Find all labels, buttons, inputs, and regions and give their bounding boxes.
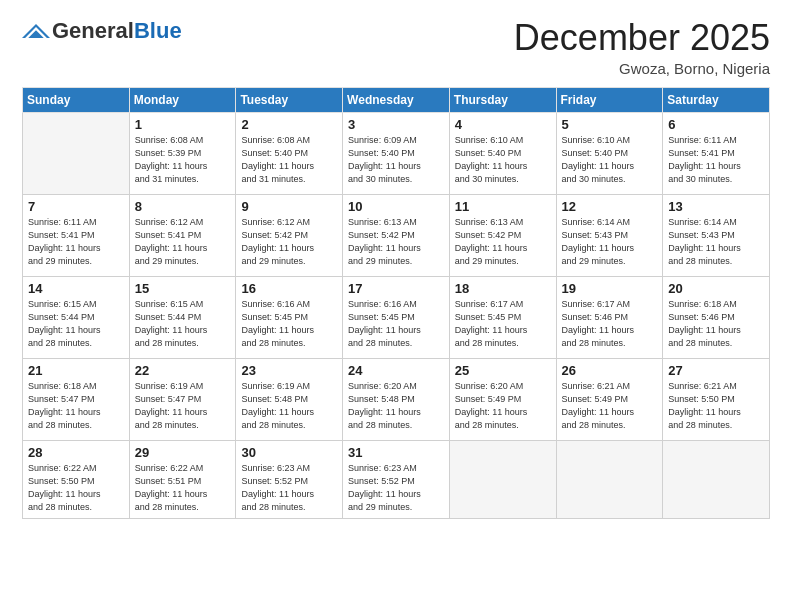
day-details: Sunrise: 6:21 AM Sunset: 5:49 PM Dayligh… — [562, 380, 658, 432]
col-wednesday: Wednesday — [343, 87, 450, 112]
calendar-week-row: 7Sunrise: 6:11 AM Sunset: 5:41 PM Daylig… — [23, 194, 770, 276]
day-details: Sunrise: 6:15 AM Sunset: 5:44 PM Dayligh… — [28, 298, 124, 350]
table-row — [663, 440, 770, 518]
table-row: 23Sunrise: 6:19 AM Sunset: 5:48 PM Dayli… — [236, 358, 343, 440]
day-number: 10 — [348, 199, 444, 214]
day-number: 19 — [562, 281, 658, 296]
day-number: 30 — [241, 445, 337, 460]
day-number: 8 — [135, 199, 231, 214]
day-details: Sunrise: 6:09 AM Sunset: 5:40 PM Dayligh… — [348, 134, 444, 186]
table-row: 21Sunrise: 6:18 AM Sunset: 5:47 PM Dayli… — [23, 358, 130, 440]
day-details: Sunrise: 6:15 AM Sunset: 5:44 PM Dayligh… — [135, 298, 231, 350]
title-area: December 2025 Gwoza, Borno, Nigeria — [514, 18, 770, 77]
page: GeneralBlue December 2025 Gwoza, Borno, … — [0, 0, 792, 612]
col-friday: Friday — [556, 87, 663, 112]
table-row — [23, 112, 130, 194]
day-number: 15 — [135, 281, 231, 296]
day-number: 29 — [135, 445, 231, 460]
day-number: 14 — [28, 281, 124, 296]
day-number: 3 — [348, 117, 444, 132]
logo-text: GeneralBlue — [52, 18, 182, 44]
day-details: Sunrise: 6:13 AM Sunset: 5:42 PM Dayligh… — [455, 216, 551, 268]
day-number: 31 — [348, 445, 444, 460]
table-row: 7Sunrise: 6:11 AM Sunset: 5:41 PM Daylig… — [23, 194, 130, 276]
logo-blue: Blue — [134, 18, 182, 43]
table-row: 30Sunrise: 6:23 AM Sunset: 5:52 PM Dayli… — [236, 440, 343, 518]
day-number: 1 — [135, 117, 231, 132]
table-row: 4Sunrise: 6:10 AM Sunset: 5:40 PM Daylig… — [449, 112, 556, 194]
day-details: Sunrise: 6:19 AM Sunset: 5:47 PM Dayligh… — [135, 380, 231, 432]
day-details: Sunrise: 6:18 AM Sunset: 5:46 PM Dayligh… — [668, 298, 764, 350]
day-details: Sunrise: 6:12 AM Sunset: 5:42 PM Dayligh… — [241, 216, 337, 268]
day-details: Sunrise: 6:11 AM Sunset: 5:41 PM Dayligh… — [668, 134, 764, 186]
day-details: Sunrise: 6:20 AM Sunset: 5:49 PM Dayligh… — [455, 380, 551, 432]
col-thursday: Thursday — [449, 87, 556, 112]
table-row: 28Sunrise: 6:22 AM Sunset: 5:50 PM Dayli… — [23, 440, 130, 518]
table-row — [556, 440, 663, 518]
day-number: 13 — [668, 199, 764, 214]
day-details: Sunrise: 6:14 AM Sunset: 5:43 PM Dayligh… — [562, 216, 658, 268]
table-row: 16Sunrise: 6:16 AM Sunset: 5:45 PM Dayli… — [236, 276, 343, 358]
table-row: 15Sunrise: 6:15 AM Sunset: 5:44 PM Dayli… — [129, 276, 236, 358]
day-number: 22 — [135, 363, 231, 378]
day-details: Sunrise: 6:23 AM Sunset: 5:52 PM Dayligh… — [241, 462, 337, 514]
day-number: 28 — [28, 445, 124, 460]
logo: GeneralBlue — [22, 18, 182, 44]
day-details: Sunrise: 6:16 AM Sunset: 5:45 PM Dayligh… — [348, 298, 444, 350]
calendar-week-row: 21Sunrise: 6:18 AM Sunset: 5:47 PM Dayli… — [23, 358, 770, 440]
table-row: 27Sunrise: 6:21 AM Sunset: 5:50 PM Dayli… — [663, 358, 770, 440]
col-sunday: Sunday — [23, 87, 130, 112]
day-number: 18 — [455, 281, 551, 296]
day-details: Sunrise: 6:11 AM Sunset: 5:41 PM Dayligh… — [28, 216, 124, 268]
logo-icon — [22, 24, 50, 38]
day-details: Sunrise: 6:18 AM Sunset: 5:47 PM Dayligh… — [28, 380, 124, 432]
table-row: 19Sunrise: 6:17 AM Sunset: 5:46 PM Dayli… — [556, 276, 663, 358]
table-row: 9Sunrise: 6:12 AM Sunset: 5:42 PM Daylig… — [236, 194, 343, 276]
day-number: 23 — [241, 363, 337, 378]
col-monday: Monday — [129, 87, 236, 112]
location: Gwoza, Borno, Nigeria — [514, 60, 770, 77]
day-details: Sunrise: 6:08 AM Sunset: 5:40 PM Dayligh… — [241, 134, 337, 186]
col-tuesday: Tuesday — [236, 87, 343, 112]
table-row: 24Sunrise: 6:20 AM Sunset: 5:48 PM Dayli… — [343, 358, 450, 440]
day-number: 25 — [455, 363, 551, 378]
table-row: 18Sunrise: 6:17 AM Sunset: 5:45 PM Dayli… — [449, 276, 556, 358]
day-details: Sunrise: 6:19 AM Sunset: 5:48 PM Dayligh… — [241, 380, 337, 432]
day-number: 17 — [348, 281, 444, 296]
calendar-week-row: 28Sunrise: 6:22 AM Sunset: 5:50 PM Dayli… — [23, 440, 770, 518]
day-number: 6 — [668, 117, 764, 132]
table-row: 29Sunrise: 6:22 AM Sunset: 5:51 PM Dayli… — [129, 440, 236, 518]
table-row: 31Sunrise: 6:23 AM Sunset: 5:52 PM Dayli… — [343, 440, 450, 518]
day-details: Sunrise: 6:22 AM Sunset: 5:50 PM Dayligh… — [28, 462, 124, 514]
table-row: 12Sunrise: 6:14 AM Sunset: 5:43 PM Dayli… — [556, 194, 663, 276]
day-number: 9 — [241, 199, 337, 214]
table-row: 1Sunrise: 6:08 AM Sunset: 5:39 PM Daylig… — [129, 112, 236, 194]
table-row: 10Sunrise: 6:13 AM Sunset: 5:42 PM Dayli… — [343, 194, 450, 276]
day-details: Sunrise: 6:08 AM Sunset: 5:39 PM Dayligh… — [135, 134, 231, 186]
day-details: Sunrise: 6:13 AM Sunset: 5:42 PM Dayligh… — [348, 216, 444, 268]
table-row: 11Sunrise: 6:13 AM Sunset: 5:42 PM Dayli… — [449, 194, 556, 276]
day-number: 16 — [241, 281, 337, 296]
day-number: 11 — [455, 199, 551, 214]
table-row: 22Sunrise: 6:19 AM Sunset: 5:47 PM Dayli… — [129, 358, 236, 440]
day-details: Sunrise: 6:12 AM Sunset: 5:41 PM Dayligh… — [135, 216, 231, 268]
table-row: 2Sunrise: 6:08 AM Sunset: 5:40 PM Daylig… — [236, 112, 343, 194]
day-number: 5 — [562, 117, 658, 132]
calendar-table: Sunday Monday Tuesday Wednesday Thursday… — [22, 87, 770, 519]
calendar-week-row: 1Sunrise: 6:08 AM Sunset: 5:39 PM Daylig… — [23, 112, 770, 194]
day-number: 2 — [241, 117, 337, 132]
table-row: 13Sunrise: 6:14 AM Sunset: 5:43 PM Dayli… — [663, 194, 770, 276]
calendar-header-row: Sunday Monday Tuesday Wednesday Thursday… — [23, 87, 770, 112]
table-row: 3Sunrise: 6:09 AM Sunset: 5:40 PM Daylig… — [343, 112, 450, 194]
day-details: Sunrise: 6:21 AM Sunset: 5:50 PM Dayligh… — [668, 380, 764, 432]
table-row: 8Sunrise: 6:12 AM Sunset: 5:41 PM Daylig… — [129, 194, 236, 276]
table-row: 25Sunrise: 6:20 AM Sunset: 5:49 PM Dayli… — [449, 358, 556, 440]
day-number: 21 — [28, 363, 124, 378]
day-details: Sunrise: 6:17 AM Sunset: 5:45 PM Dayligh… — [455, 298, 551, 350]
day-number: 27 — [668, 363, 764, 378]
table-row: 6Sunrise: 6:11 AM Sunset: 5:41 PM Daylig… — [663, 112, 770, 194]
day-details: Sunrise: 6:14 AM Sunset: 5:43 PM Dayligh… — [668, 216, 764, 268]
day-details: Sunrise: 6:10 AM Sunset: 5:40 PM Dayligh… — [455, 134, 551, 186]
day-details: Sunrise: 6:23 AM Sunset: 5:52 PM Dayligh… — [348, 462, 444, 514]
day-details: Sunrise: 6:16 AM Sunset: 5:45 PM Dayligh… — [241, 298, 337, 350]
